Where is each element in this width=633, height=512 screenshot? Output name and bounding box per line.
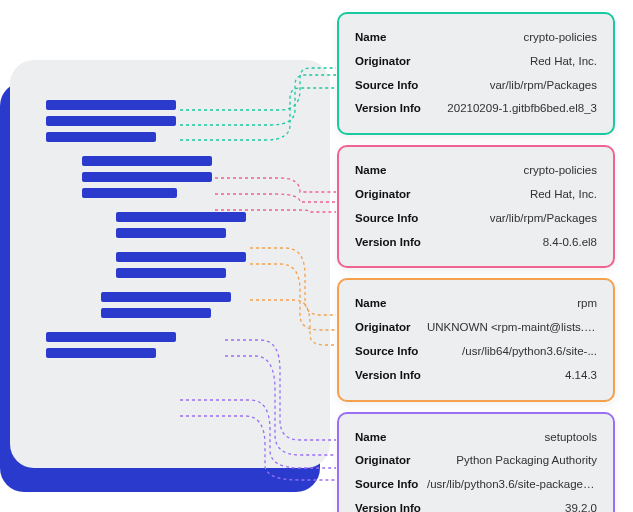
field-value: Red Hat, Inc. <box>530 188 597 202</box>
field-row: Originator Python Packaging Authority <box>355 449 597 473</box>
text-block <box>82 156 294 198</box>
field-row: Source Info /usr/lib64/python3.6/site-..… <box>355 340 597 364</box>
field-row: Source Info var/lib/rpm/Packages <box>355 74 597 98</box>
text-block <box>46 332 294 358</box>
package-card: Name crypto-policies Originator Red Hat,… <box>337 145 615 268</box>
field-value: 4.14.3 <box>565 369 597 383</box>
field-row: Originator Red Hat, Inc. <box>355 50 597 74</box>
package-card: Name setuptools Originator Python Packag… <box>337 412 615 512</box>
field-label: Originator <box>355 55 411 69</box>
field-row: Version Info 20210209-1.gitbfb6bed.el8_3 <box>355 97 597 121</box>
field-row: Name crypto-policies <box>355 26 597 50</box>
field-label: Version Info <box>355 369 421 383</box>
field-value: Python Packaging Authority <box>456 454 597 468</box>
field-label: Originator <box>355 188 411 202</box>
field-value: Red Hat, Inc. <box>530 55 597 69</box>
field-label: Name <box>355 164 386 178</box>
field-value: crypto-policies <box>524 164 598 178</box>
field-value: crypto-policies <box>524 31 598 45</box>
field-value: 20210209-1.gitbfb6bed.el8_3 <box>447 102 597 116</box>
field-label: Version Info <box>355 102 421 116</box>
text-block <box>116 212 294 238</box>
field-row: Originator UNKNOWN <rpm-maint@lists.rpm.… <box>355 316 597 340</box>
package-card: Name crypto-policies Originator Red Hat,… <box>337 12 615 135</box>
field-label: Name <box>355 31 386 45</box>
text-block <box>101 292 294 318</box>
field-row: Name setuptools <box>355 426 597 450</box>
field-row: Source Info /usr/lib/python3.6/site-pack… <box>355 473 597 497</box>
field-value: /usr/lib64/python3.6/site-... <box>462 345 597 359</box>
package-card: Name rpm Originator UNKNOWN <rpm-maint@l… <box>337 278 615 401</box>
package-card-list: Name crypto-policies Originator Red Hat,… <box>337 12 615 512</box>
field-row: Originator Red Hat, Inc. <box>355 183 597 207</box>
field-value: 39.2.0 <box>565 502 597 512</box>
field-value: var/lib/rpm/Packages <box>490 79 597 93</box>
field-label: Name <box>355 431 386 445</box>
field-label: Version Info <box>355 236 421 250</box>
field-value: /usr/lib/python3.6/site-packages... <box>427 478 597 492</box>
field-label: Source Info <box>355 345 418 359</box>
field-value: 8.4-0.6.el8 <box>543 236 597 250</box>
field-row: Source Info var/lib/rpm/Packages <box>355 207 597 231</box>
field-value: var/lib/rpm/Packages <box>490 212 597 226</box>
field-value: rpm <box>577 297 597 311</box>
field-label: Source Info <box>355 212 418 226</box>
source-text-panel <box>10 60 330 468</box>
text-block <box>46 100 294 142</box>
field-row: Version Info 4.14.3 <box>355 364 597 388</box>
field-row: Name rpm <box>355 292 597 316</box>
field-row: Version Info 39.2.0 <box>355 497 597 512</box>
text-block <box>116 252 294 278</box>
field-value: UNKNOWN <rpm-maint@lists.rpm... <box>427 321 597 335</box>
field-value: setuptools <box>545 431 597 445</box>
field-label: Originator <box>355 321 411 335</box>
field-label: Originator <box>355 454 411 468</box>
field-label: Name <box>355 297 386 311</box>
field-row: Name crypto-policies <box>355 159 597 183</box>
field-label: Source Info <box>355 478 418 492</box>
field-row: Version Info 8.4-0.6.el8 <box>355 231 597 255</box>
field-label: Source Info <box>355 79 418 93</box>
field-label: Version Info <box>355 502 421 512</box>
